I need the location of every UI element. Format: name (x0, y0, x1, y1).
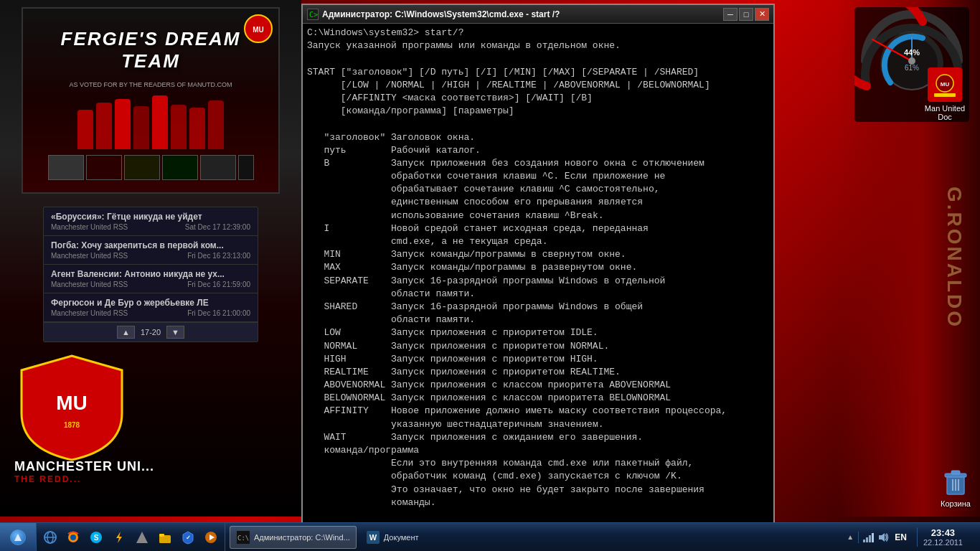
fergie-poster: FERGIE'S DREAM TEAM AS VOTED FOR BY THE … (22, 7, 280, 194)
man-united-doc-icon[interactable]: MU Man United Doc (917, 65, 973, 124)
tray-network-icon[interactable] (863, 532, 875, 543)
news-headline-2: Погба: Хочу закрепиться в первой ком... (51, 240, 250, 250)
svg-text:S: S (94, 534, 99, 542)
taskbar-cmd-icon: C:\ (236, 530, 250, 545)
svg-text:1878: 1878 (64, 421, 80, 429)
news-headline-1: «Боруссия»: Гётце никуда не уйдет (51, 212, 250, 222)
svg-rect-15 (934, 93, 956, 97)
taskbar-items: C:\ Администратор: C:\Wind... W Документ (225, 523, 841, 551)
cmd-maximize-button[interactable]: □ (739, 8, 753, 21)
cmd-title-text: Администратор: C:\Windows\System32\cmd.e… (322, 9, 560, 19)
recycle-bin-label: Корзина (941, 499, 971, 508)
clock-date: 22.12.2011 (923, 538, 963, 547)
man-united-doc-icon-img: MU (928, 67, 962, 102)
news-next-button[interactable]: ▼ (166, 326, 184, 339)
svg-text:44%: 44% (904, 48, 920, 57)
antivirus-quicklaunch-icon[interactable]: ✓ (177, 527, 199, 548)
cmd-titlebar: C> Администратор: C:\Windows\System32\cm… (303, 5, 773, 24)
recycle-bin[interactable]: Корзина (938, 465, 973, 508)
taskbar-word-icon: W (366, 530, 380, 545)
fergie-title: FERGIE'S DREAM TEAM (23, 21, 278, 80)
start-button[interactable] (0, 523, 37, 552)
news-headline-3: Агент Валенсии: Антонио никуда не ух... (51, 269, 250, 279)
taskbar-item-cmd[interactable]: C:\ Администратор: C:\Wind... (230, 526, 357, 549)
pyramid-quicklaunch-icon[interactable] (131, 527, 153, 548)
cmd-window-icon: C> (307, 9, 319, 20)
man-united-doc-label: Man United Doc (920, 104, 970, 121)
news-meta-3: Manchester United RSS Fri Dec 16 21:59:0… (51, 281, 250, 288)
svg-text:C:\: C:\ (237, 534, 249, 542)
cmd-minimize-button[interactable]: ─ (723, 8, 738, 21)
taskbar-word-label: Документ (384, 533, 419, 542)
svg-text:C>: C> (309, 11, 318, 19)
firefox-quicklaunch-icon[interactable] (62, 527, 84, 548)
clock-time: 23:43 (931, 527, 955, 538)
svg-marker-45 (879, 533, 885, 542)
svg-point-28 (70, 534, 76, 540)
recycle-bin-icon (938, 465, 973, 499)
manchester-text: MANCHESTER UNI... (14, 459, 154, 474)
ronaldo-text: G.RONALDO (943, 187, 966, 329)
folder-quicklaunch-icon[interactable] (154, 527, 176, 548)
svg-text:✓: ✓ (186, 534, 191, 541)
news-item-1[interactable]: «Боруссия»: Гётце никуда не уйдет Manche… (44, 207, 258, 236)
news-meta-4: Manchester United RSS Fri Dec 16 21:00:0… (51, 309, 250, 317)
svg-rect-18 (951, 471, 960, 474)
news-item-4[interactable]: Фергюсон и Де Бур о жеребьевке ЛЕ Manche… (44, 293, 258, 322)
language-indicator[interactable]: EN (892, 532, 910, 542)
svg-text:MU: MU (253, 26, 264, 34)
cmd-close-button[interactable]: ✕ (755, 8, 769, 21)
svg-text:MU: MU (56, 392, 88, 414)
clock-area[interactable]: 23:43 22.12.2011 (917, 527, 969, 547)
fergie-subtitle: AS VOTED FOR BY THE READERS OF MANUTD.CO… (69, 81, 232, 88)
news-item-3[interactable]: Агент Валенсии: Антонио никуда не ух... … (44, 265, 258, 293)
taskbar-cmd-label: Администратор: C:\Wind... (254, 533, 350, 542)
quicklaunch-area: S ✓ (37, 523, 225, 551)
news-meta-2: Manchester United RSS Fri Dec 16 23:13:0… (51, 252, 250, 260)
cmd-window: C> Администратор: C:\Windows\System32\cm… (301, 4, 775, 527)
cmd-output: C:\Windows\system32> start/? Запуск указ… (307, 27, 769, 526)
news-page-number: 17-20 (141, 328, 161, 336)
news-widget: «Боруссия»: Гётце никуда не уйдет Manche… (43, 207, 258, 342)
svg-text:W: W (369, 533, 377, 542)
news-pagination: ▲ 17-20 ▼ (44, 322, 258, 342)
taskbar-item-word[interactable]: W Документ (359, 526, 425, 549)
svg-text:MU: MU (941, 81, 950, 88)
taskbar-right: ▲ EN (841, 523, 980, 551)
mu-shield-large: MU 1878 (14, 349, 129, 463)
skype-quicklaunch-icon[interactable]: S (85, 527, 107, 548)
svg-marker-31 (136, 532, 148, 543)
desktop: FERGIE'S DREAM TEAM AS VOTED FOR BY THE … (0, 0, 980, 551)
thunder-quicklaunch-icon[interactable] (108, 527, 130, 548)
the-red-text: THE REDD... (14, 474, 154, 484)
news-item-2[interactable]: Погба: Хочу закрепиться в первой ком... … (44, 236, 258, 265)
tray-volume-icon[interactable] (877, 532, 889, 543)
ie-quicklaunch-icon[interactable] (39, 527, 61, 548)
cmd-title-left: C> Администратор: C:\Windows\System32\cm… (307, 9, 560, 20)
media-quicklaunch-icon[interactable] (200, 527, 222, 548)
svg-rect-33 (159, 534, 164, 537)
start-orb-icon (10, 529, 26, 545)
cmd-window-controls: ─ □ ✕ (723, 8, 769, 21)
taskbar: S ✓ (0, 522, 980, 551)
svg-rect-43 (869, 535, 871, 542)
left-panel: FERGIE'S DREAM TEAM AS VOTED FOR BY THE … (0, 0, 301, 517)
news-prev-button[interactable]: ▲ (117, 326, 135, 339)
cmd-content: C:\Windows\system32> start/? Запуск указ… (303, 24, 773, 526)
svg-rect-41 (863, 540, 865, 542)
svg-rect-42 (866, 537, 868, 542)
news-meta-1: Manchester United RSS Sat Dec 17 12:39:0… (51, 223, 250, 231)
news-headline-4: Фергюсон и Де Бур о жеребьевке ЛЕ (51, 298, 250, 308)
mu-logo-area: MU 1878 MANCHESTER UNI... THE REDD... (14, 349, 154, 484)
tray-expand-button[interactable]: ▲ (845, 533, 855, 541)
mu-logo-small: MU (244, 14, 273, 43)
svg-rect-44 (872, 533, 874, 542)
system-tray: EN (858, 532, 914, 543)
